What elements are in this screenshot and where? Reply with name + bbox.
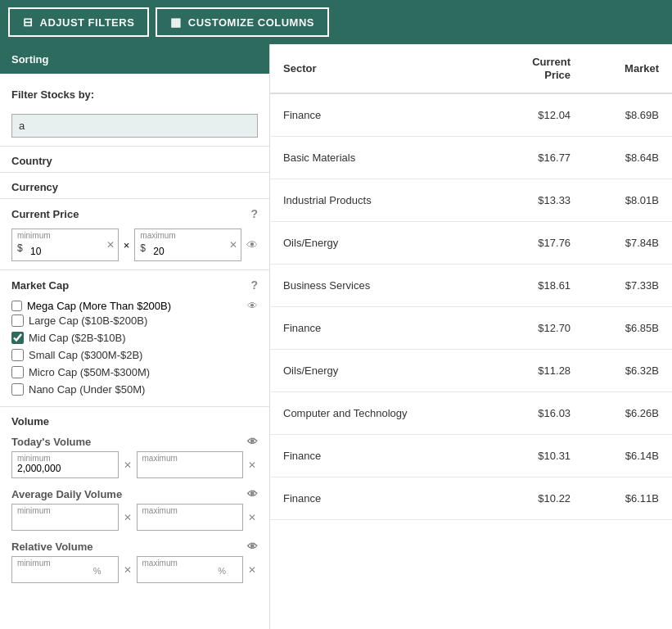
cell-market: $6.11B — [584, 477, 672, 520]
table-row[interactable]: Finance $10.31 $6.14B — [270, 435, 672, 477]
price-max-prefix: $ — [140, 242, 146, 254]
price-min-clear[interactable]: ✕ — [106, 239, 115, 251]
cap-checkbox-small[interactable] — [11, 349, 24, 361]
close-tab[interactable]: CLOSE — [269, 100, 270, 161]
todays-vol-max-clear[interactable]: ✕ — [246, 459, 258, 471]
table-row[interactable]: Oils/Energy $17.76 $7.84B — [270, 222, 672, 265]
price-eye-icon[interactable]: 👁 — [246, 238, 258, 251]
cell-current-price: $11.28 — [489, 350, 584, 392]
cap-checkbox-mega[interactable] — [11, 301, 22, 311]
cell-sector: Finance — [270, 435, 489, 477]
cell-sector: Finance — [270, 477, 489, 520]
content-area: Sector CurrentPrice Market Finance $12.0… — [270, 44, 672, 629]
rel-vol-inputs: minimum % ✕ maximum % ✕ — [0, 554, 269, 590]
table-row[interactable]: Business Services $18.61 $7.33B — [270, 265, 672, 307]
rel-volume-label: Relative Volume 👁 — [0, 537, 269, 554]
search-input-container — [0, 109, 269, 146]
cell-sector: Finance — [270, 93, 489, 137]
cap-checkbox-nano[interactable] — [11, 383, 24, 396]
currency-label[interactable]: Currency — [0, 173, 269, 198]
col-header-sector: Sector — [270, 44, 489, 93]
price-separator: × — [124, 239, 130, 251]
table-row[interactable]: Computer and Technology $16.03 $6.26B — [270, 392, 672, 435]
table-header-row: Sector CurrentPrice Market — [270, 44, 672, 93]
avg-vol-min-input[interactable] — [17, 515, 113, 527]
cap-item-micro: Micro Cap ($50M-$300M) — [11, 364, 258, 381]
adjust-filters-button[interactable]: ⊟ ADJUST FILTERS — [8, 7, 149, 37]
todays-vol-min-input[interactable] — [17, 463, 113, 474]
todays-vol-min-group: minimum — [11, 451, 119, 478]
cap-checkbox-large[interactable] — [11, 314, 24, 327]
avg-vol-min-clear[interactable]: ✕ — [122, 512, 133, 523]
current-price-info-icon[interactable]: ? — [250, 207, 258, 220]
customize-columns-label: CUSTOMIZE COLUMNS — [188, 16, 314, 29]
price-min-prefix: $ — [17, 242, 23, 254]
cap-checkbox-micro[interactable] — [11, 366, 24, 378]
cell-sector: Oils/Energy — [270, 222, 489, 265]
current-price-label: Current Price ? — [0, 199, 269, 225]
cell-sector: Business Services — [270, 265, 489, 307]
rel-vol-eye-icon[interactable]: 👁 — [247, 541, 258, 553]
cell-market: $6.26B — [584, 392, 672, 435]
customize-columns-button[interactable]: ▦ CUSTOMIZE COLUMNS — [156, 7, 329, 37]
table-row[interactable]: Oils/Energy $11.28 $6.32B — [270, 350, 672, 392]
price-max-clear[interactable]: ✕ — [229, 239, 237, 251]
cap-item-small: Small Cap ($300M-$2B) — [11, 346, 258, 364]
country-label[interactable]: Country — [0, 147, 269, 172]
cell-market: $6.14B — [584, 435, 672, 477]
cell-market: $8.64B — [584, 137, 672, 179]
cap-checkbox-mid[interactable] — [11, 332, 24, 344]
todays-vol-max-input[interactable] — [142, 463, 238, 474]
cap-item-mega: Mega Cap (More Than $200B) 👁 — [11, 300, 258, 312]
main-layout: Sorting CLOSE Filter Stocks by: Country … — [0, 44, 672, 629]
todays-vol-inputs: minimum ✕ maximum ✕ — [0, 450, 269, 485]
table-row[interactable]: Finance $10.22 $6.11B — [270, 477, 672, 520]
col-header-market: Market — [584, 44, 672, 93]
volume-section: Volume Today's Volume 👁 minimum ✕ maximu… — [0, 406, 269, 590]
cell-market: $6.85B — [584, 307, 672, 350]
sidebar-header: Sorting — [0, 44, 269, 74]
todays-vol-min-clear[interactable]: ✕ — [122, 459, 133, 471]
table-row[interactable]: Basic Materials $16.77 $8.64B — [270, 137, 672, 179]
cell-current-price: $16.77 — [489, 137, 584, 179]
cell-market: $7.33B — [584, 265, 672, 307]
toolbar: ⊟ ADJUST FILTERS ▦ CUSTOMIZE COLUMNS — [0, 0, 672, 44]
table-row[interactable]: Finance $12.04 $8.69B — [270, 93, 672, 137]
price-max-group: maximum $ ✕ — [134, 229, 241, 261]
rel-vol-max-group: maximum % — [137, 556, 244, 583]
col-header-current-price: CurrentPrice — [489, 44, 584, 93]
columns-icon: ▦ — [170, 16, 182, 29]
rel-vol-max-clear[interactable]: ✕ — [246, 564, 258, 576]
cap-eye-mega[interactable]: 👁 — [247, 300, 258, 312]
search-input[interactable] — [11, 114, 258, 138]
table-row[interactable]: Industrial Products $13.33 $8.01B — [270, 179, 672, 222]
cell-current-price: $17.76 — [489, 222, 584, 265]
cell-sector: Basic Materials — [270, 137, 489, 179]
cell-current-price: $12.04 — [489, 93, 584, 137]
currency-section: Currency — [0, 172, 269, 198]
todays-volume-label: Today's Volume 👁 — [0, 432, 269, 450]
cap-item-nano: Nano Cap (Under $50M) — [11, 381, 258, 398]
market-cap-info-icon[interactable]: ? — [250, 278, 258, 292]
cell-market: $8.69B — [584, 93, 672, 137]
todays-vol-eye-icon[interactable]: 👁 — [247, 436, 258, 448]
table-row[interactable]: Finance $12.70 $6.85B — [270, 307, 672, 350]
cell-market: $6.32B — [584, 350, 672, 392]
todays-vol-max-group: maximum — [137, 451, 244, 478]
volume-label: Volume — [0, 407, 269, 432]
table-body: Finance $12.04 $8.69B Basic Materials $1… — [270, 93, 672, 520]
avg-vol-eye-icon[interactable]: 👁 — [247, 488, 258, 500]
cell-current-price: $16.03 — [489, 392, 584, 435]
rel-vol-max-suffix: % — [218, 566, 226, 576]
price-inputs: minimum $ ✕ × maximum $ ✕ 👁 — [0, 225, 269, 269]
country-section: Country — [0, 146, 269, 172]
cell-current-price: $12.70 — [489, 307, 584, 350]
avg-vol-max-clear[interactable]: ✕ — [246, 512, 258, 523]
cell-current-price: $18.61 — [489, 265, 584, 307]
avg-volume-label: Average Daily Volume 👁 — [0, 485, 269, 502]
data-table: Sector CurrentPrice Market Finance $12.0… — [270, 44, 672, 520]
rel-vol-min-clear[interactable]: ✕ — [122, 564, 133, 576]
cell-market: $8.01B — [584, 179, 672, 222]
cell-sector: Oils/Energy — [270, 350, 489, 392]
avg-vol-max-input[interactable] — [142, 515, 238, 527]
